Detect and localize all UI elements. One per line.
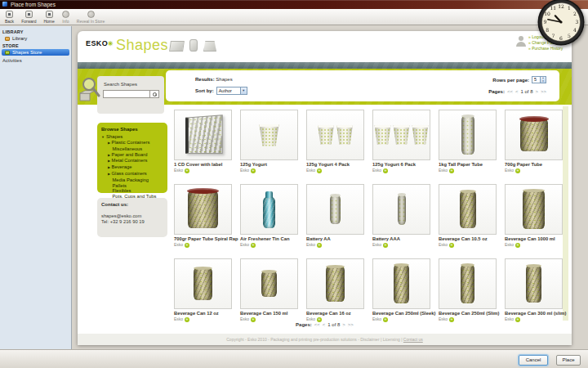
product-name[interactable]: Beverage Can 250ml (Slim): [439, 311, 497, 316]
tree-node-flexibles[interactable]: Flexibles: [101, 188, 164, 194]
product-name[interactable]: Beverage Can 16 oz: [306, 311, 364, 316]
product-card-beverage-can-1000-ml[interactable]: Beverage Can 1000 mlEsko✳: [505, 184, 563, 248]
product-thumbnail[interactable]: [505, 110, 563, 160]
pager-nav-first[interactable]: <<: [314, 322, 320, 327]
sidebar-item-shapes-store[interactable]: Shapes Store: [2, 49, 69, 56]
footer-contact-link[interactable]: Contact us: [403, 337, 423, 342]
tree-node-plastic-containers[interactable]: ▶Plastic Containers: [101, 140, 164, 146]
sidebar-item-activities[interactable]: Activities: [0, 56, 71, 63]
esko-logo: ESKO✳: [86, 39, 114, 47]
product-name[interactable]: Beverage Can 1000 ml: [505, 236, 563, 242]
tree-expanded-icon[interactable]: ▼: [101, 135, 105, 139]
contact-email[interactable]: shapes@esko.com: [101, 213, 163, 219]
spinner-arrows-icon[interactable]: ▴▾: [540, 77, 546, 83]
product-name[interactable]: 700gr Paper Tube Spiral Rap: [174, 236, 232, 242]
product-name[interactable]: Beverage Can 12 oz: [174, 311, 232, 316]
product-card-1-cd-cover-with-label[interactable]: 1 CD Cover with labelEsko✳: [174, 110, 232, 173]
toolbar-button-info[interactable]: Info: [62, 11, 69, 24]
product-card-1kg-tall-paper-tube[interactable]: 1kg Tall Paper TubeEsko✳: [439, 110, 497, 173]
product-thumbnail[interactable]: [174, 184, 232, 235]
product-card-battery-aaa[interactable]: Battery AAAEsko✳: [372, 184, 430, 248]
product-thumbnail[interactable]: [306, 258, 364, 309]
product-author-line: Esko✳: [240, 168, 298, 173]
pager-nav-prev[interactable]: <: [515, 89, 519, 94]
product-card-beverage-can-10-5-oz[interactable]: Beverage Can 10.5 ozEsko✳: [439, 184, 497, 248]
toolbar-button-forward[interactable]: Forward: [21, 11, 36, 24]
clock-gadget[interactable]: 121234567891011: [537, 0, 586, 47]
toolbar-button-home[interactable]: Home: [43, 11, 54, 24]
sort-dropdown[interactable]: Author ▼: [216, 87, 247, 95]
tree-node-shapes[interactable]: ▼Shapes: [101, 134, 164, 140]
product-name[interactable]: Beverage Can 150 ml: [240, 311, 298, 316]
product-card-beverage-can-12-oz[interactable]: Beverage Can 12 ozEsko✳: [174, 258, 232, 322]
product-name[interactable]: 125g Yogurt: [240, 162, 298, 168]
product-name[interactable]: Battery AA: [306, 236, 364, 242]
product-thumbnail[interactable]: [240, 110, 298, 160]
product-thumbnail[interactable]: [174, 110, 232, 160]
chevron-down-icon[interactable]: ▼: [240, 88, 247, 94]
product-name[interactable]: 700g Paper Tube: [505, 162, 563, 168]
tree-node-miscellaneous[interactable]: Miscellaneous: [101, 146, 164, 152]
product-thumbnail[interactable]: [174, 258, 232, 309]
product-thumbnail[interactable]: [439, 184, 497, 235]
tree-node-paper-and-board[interactable]: ▶Paper and Board: [101, 152, 164, 159]
pager-nav-next[interactable]: >: [535, 89, 538, 94]
product-thumbnail[interactable]: [372, 184, 430, 235]
place-button[interactable]: Place: [556, 355, 581, 366]
product-thumbnail[interactable]: [306, 184, 364, 235]
search-input[interactable]: [103, 90, 150, 98]
product-thumbnail[interactable]: [439, 110, 497, 160]
product-name[interactable]: 1kg Tall Paper Tube: [439, 162, 497, 168]
product-thumbnail[interactable]: [372, 258, 430, 309]
sidebar-item-library[interactable]: Library: [2, 35, 69, 42]
cancel-button[interactable]: Cancel: [519, 355, 548, 366]
product-name[interactable]: 125g Yogurt 4 Pack: [306, 162, 364, 168]
product-name[interactable]: Beverage Can 300 ml (slim): [505, 311, 563, 316]
tree-node-pallets[interactable]: Pallets: [101, 183, 164, 189]
pager-nav-next[interactable]: >: [342, 322, 345, 327]
product-card-air-freshener-tin-can[interactable]: Air Freshener Tin CanEsko✳: [240, 184, 298, 248]
tree-node-glass-containers[interactable]: ▶Glass containers: [101, 171, 164, 177]
tree-node-metal-containers[interactable]: ▶Metal Containers: [101, 158, 164, 164]
product-name[interactable]: Air Freshener Tin Can: [240, 236, 298, 242]
search-button[interactable]: [150, 90, 159, 98]
pager-nav-last[interactable]: >>: [348, 322, 354, 327]
product-thumbnail[interactable]: [306, 110, 364, 160]
toolbar-button-reveal-in-store[interactable]: Reveal In Store: [77, 11, 105, 24]
product-author-line: Esko✳: [174, 168, 232, 173]
product-author: Esko: [306, 168, 315, 173]
account-link-purchase-history[interactable]: » Purchase History: [528, 46, 565, 52]
product-thumbnail[interactable]: [240, 258, 298, 309]
product-thumbnail[interactable]: [505, 184, 563, 235]
product-name[interactable]: Beverage Can 250ml (Sleek): [372, 311, 430, 316]
product-card-beverage-can-250ml-sleek[interactable]: Beverage Can 250ml (Sleek)Esko✳: [372, 258, 430, 322]
pager-nav-last[interactable]: >>: [541, 89, 546, 94]
product-card-700g-paper-tube[interactable]: 700g Paper TubeEsko✳: [505, 110, 563, 173]
product-card-beverage-can-16-oz[interactable]: Beverage Can 16 ozEsko✳: [306, 258, 364, 322]
product-name[interactable]: Battery AAA: [372, 236, 430, 242]
product-card-beverage-can-300-ml-slim[interactable]: Beverage Can 300 ml (slim)Esko✳: [505, 258, 563, 322]
product-card-beverage-can-250ml-slim[interactable]: Beverage Can 250ml (Slim)Esko✳: [439, 258, 497, 322]
yogurt-cup-shape: [258, 124, 280, 146]
rows-per-page-stepper[interactable]: 5 ▴▾: [532, 76, 546, 83]
tree-node-media-packaging[interactable]: Media Packaging: [101, 177, 164, 183]
product-thumbnail[interactable]: [439, 258, 497, 309]
window-titlebar[interactable]: Place from Shapes: [0, 0, 588, 9]
product-name[interactable]: 1 CD Cover with label: [174, 162, 232, 168]
product-card-125g-yogurt-6-pack[interactable]: 125g Yogurt 6 PackEsko✳: [372, 110, 430, 173]
pager-nav-first[interactable]: <<: [507, 89, 513, 94]
product-card-beverage-can-150-ml[interactable]: Beverage Can 150 mlEsko✳: [240, 258, 298, 322]
product-card-battery-aa[interactable]: Battery AAEsko✳: [306, 184, 364, 248]
product-thumbnail[interactable]: [372, 110, 430, 160]
product-card-125g-yogurt-4-pack[interactable]: 125g Yogurt 4 PackEsko✳: [306, 110, 364, 173]
product-name[interactable]: 125g Yogurt 6 Pack: [372, 162, 430, 168]
product-card-700gr-paper-tube-spiral-rap[interactable]: 700gr Paper Tube Spiral RapEsko✳: [174, 184, 232, 248]
place-from-shapes-window: Place from Shapes BackForwardHomeInfoRev…: [0, 0, 588, 368]
product-thumbnail[interactable]: [240, 184, 298, 235]
product-name[interactable]: Beverage Can 10.5 oz: [439, 236, 497, 242]
tree-node-beverage[interactable]: ▶Beverage: [101, 164, 164, 171]
toolbar-button-back[interactable]: Back: [5, 11, 14, 24]
product-card-125g-yogurt[interactable]: 125g YogurtEsko✳: [240, 110, 298, 173]
pager-nav-prev[interactable]: <: [323, 322, 326, 327]
product-thumbnail[interactable]: [505, 258, 563, 309]
